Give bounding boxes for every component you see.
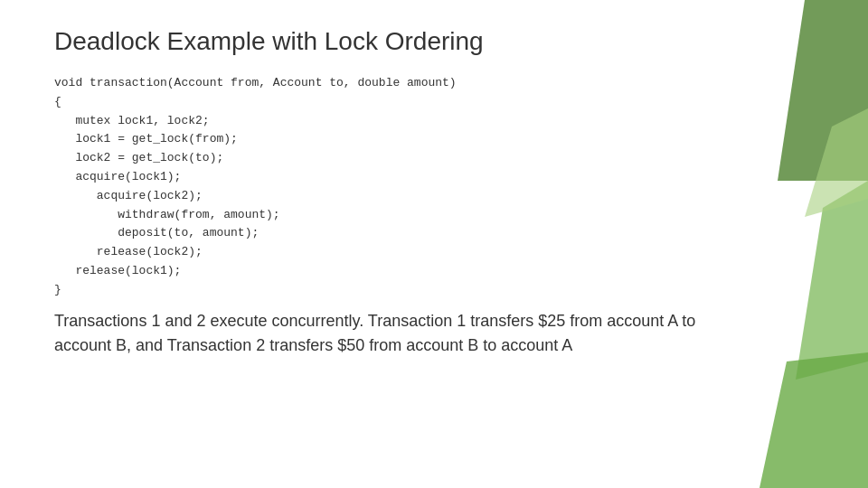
code-line-1: void transaction(Account from, Account t… (54, 74, 823, 93)
code-line-2: { (54, 93, 823, 112)
code-line-5: lock2 = get_lock(to); (54, 149, 823, 168)
code-line-3: mutex lock1, lock2; (54, 112, 823, 131)
code-line-4: lock1 = get_lock(from); (54, 130, 823, 149)
code-line-7: acquire(lock2); (54, 187, 823, 206)
slide-description: Transactions 1 and 2 execute concurrentl… (54, 309, 732, 358)
code-line-8: withdraw(from, amount); (54, 206, 823, 225)
svg-marker-2 (760, 352, 868, 488)
decorative-shapes (750, 0, 868, 488)
slide: Deadlock Example with Lock Ordering void… (0, 0, 868, 488)
code-line-9: deposit(to, amount); (54, 224, 823, 243)
code-line-10: release(lock2); (54, 243, 823, 262)
code-line-12: } (54, 281, 823, 300)
svg-marker-1 (796, 181, 868, 380)
code-line-6: acquire(lock1); (54, 168, 823, 187)
code-block: void transaction(Account from, Account t… (54, 74, 823, 300)
code-line-11: release(lock1); (54, 262, 823, 281)
slide-title: Deadlock Example with Lock Ordering (54, 27, 823, 56)
